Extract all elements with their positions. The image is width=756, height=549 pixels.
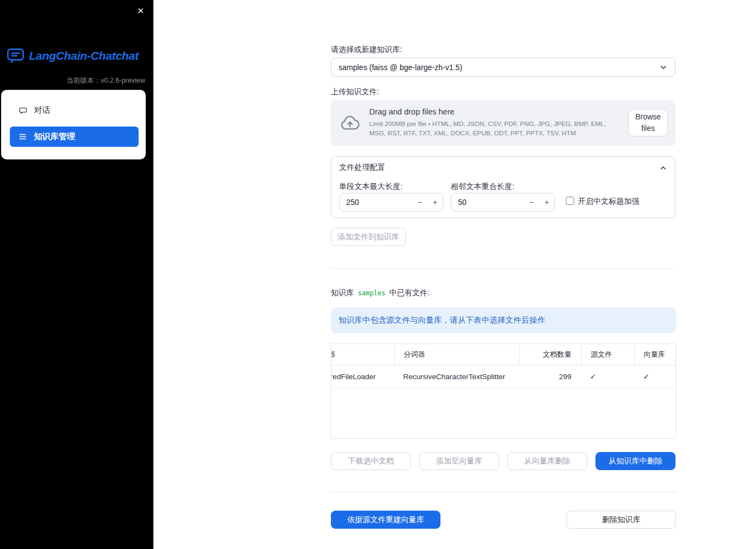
divider (331, 268, 676, 269)
plus-icon[interactable]: + (539, 198, 554, 207)
max-length-label: 单段文本最大长度: (339, 182, 403, 192)
download-selected-button[interactable]: 下载选中文档 (331, 452, 411, 470)
chinese-title-checkbox-label: 开启中文标题加强 (578, 197, 639, 207)
chat-bubble-icon (19, 106, 27, 115)
version-label: 当前版本：v0.2.6-preview (66, 76, 145, 85)
kb-files-prefix: 知识库 (331, 288, 354, 298)
delete-from-vector-store-button[interactable]: 从向量库删除 (507, 452, 587, 470)
sidebar: ✕ LangChain-Chatchat 当前版本：v0.2.6-preview (0, 0, 153, 549)
delete-kb-button[interactable]: 删除知识库 (566, 511, 676, 529)
col-header-vector-store: 向量库 (634, 344, 675, 365)
dropzone-title: Drag and drop files here (369, 107, 620, 116)
kb-name-code: samples (358, 289, 386, 297)
kb-select-label: 请选择或新建知识库: (331, 45, 402, 55)
files-table: 文档加载器 分词器 文档数量 源文件 向量库 UnstructuredFileL… (331, 344, 676, 439)
col-header-splitter: 分词器 (394, 344, 519, 365)
chevron-up-icon[interactable] (659, 164, 667, 172)
sidebar-item-knowledge-base[interactable]: 知识库管理 (10, 127, 139, 147)
file-dropzone[interactable]: Drag and drop files here Limit 200MB per… (331, 100, 675, 146)
max-length-stepper: − + (339, 193, 443, 211)
chevron-down-icon (659, 63, 668, 72)
cell-loader: UnstructuredFileLoader (331, 365, 394, 387)
delete-from-kb-button[interactable]: 从知识库中删除 (595, 452, 675, 470)
browse-files-button[interactable]: Browse files (628, 109, 668, 136)
overlap-label: 相邻文本重合长度: (451, 182, 514, 192)
nav-label: 对话 (34, 105, 50, 116)
sidebar-item-dialogue[interactable]: 对话 (10, 100, 139, 121)
cell-doc-count: 299 (519, 365, 581, 387)
check-icon: ✓ (643, 372, 649, 381)
chinese-title-checkbox[interactable] (566, 197, 574, 205)
overlap-stepper: − + (451, 193, 555, 211)
app-logo: LangChain-Chatchat (7, 48, 139, 64)
close-icon[interactable]: ✕ (135, 4, 146, 17)
col-header-source-file: 源文件 (581, 344, 634, 365)
dropzone-text: Drag and drop files here Limit 200MB per… (369, 107, 620, 138)
logo-text: LangChain-Chatchat (29, 49, 139, 62)
col-header-doc-count: 文档数量 (519, 344, 581, 365)
table-row[interactable]: UnstructuredFileLoader RecursiveCharacte… (331, 365, 675, 388)
upload-cloud-icon (340, 114, 360, 131)
chat-logo-icon (7, 48, 25, 64)
divider (331, 491, 676, 492)
expander-title[interactable]: 文件处理配置 (339, 163, 385, 173)
cell-splitter: RecursiveCharacterTextSplitter (394, 365, 519, 387)
info-banner: 知识库中包含源文件与向量库，请从下表中选择文件后操作 (331, 307, 676, 333)
knowledge-base-icon (19, 133, 27, 141)
add-files-button[interactable]: 添加文件到知识库 (331, 228, 406, 246)
minus-icon[interactable]: − (524, 198, 539, 207)
file-config-expander: 文件处理配置 单段文本最大长度: 相邻文本重合长度: − + − + 开启中文标… (331, 156, 675, 218)
kb-files-heading: 知识库 samples 中已有文件: (331, 288, 429, 298)
check-icon: ✓ (590, 372, 596, 381)
overlap-input[interactable] (451, 198, 524, 207)
minus-icon[interactable]: − (412, 198, 427, 207)
rebuild-vector-store-button[interactable]: 依据源文件重建向量库 (331, 511, 440, 529)
sidebar-nav: 对话 知识库管理 (1, 90, 146, 159)
max-length-input[interactable] (340, 198, 412, 207)
plus-icon[interactable]: + (427, 198, 443, 207)
kb-select[interactable]: samples (faiss @ bge-large-zh-v1.5) (331, 58, 675, 77)
kb-select-value: samples (faiss @ bge-large-zh-v1.5) (339, 63, 462, 72)
kb-files-suffix: 中已有文件: (390, 288, 430, 298)
nav-label: 知识库管理 (34, 131, 75, 142)
col-header-loader: 文档加载器 (331, 344, 394, 365)
table-header-row: 文档加载器 分词器 文档数量 源文件 向量库 (331, 344, 675, 365)
upload-label: 上传知识文件: (331, 87, 379, 97)
add-to-vector-store-button[interactable]: 添加至向量库 (419, 452, 499, 470)
app-root: ✕ LangChain-Chatchat 当前版本：v0.2.6-preview (0, 0, 756, 549)
cell-source-file-check: ✓ (581, 365, 634, 387)
dropzone-limit: Limit 200MB per file • HTML, MD, JSON, C… (369, 119, 620, 138)
cell-vector-store-check: ✓ (634, 365, 675, 387)
